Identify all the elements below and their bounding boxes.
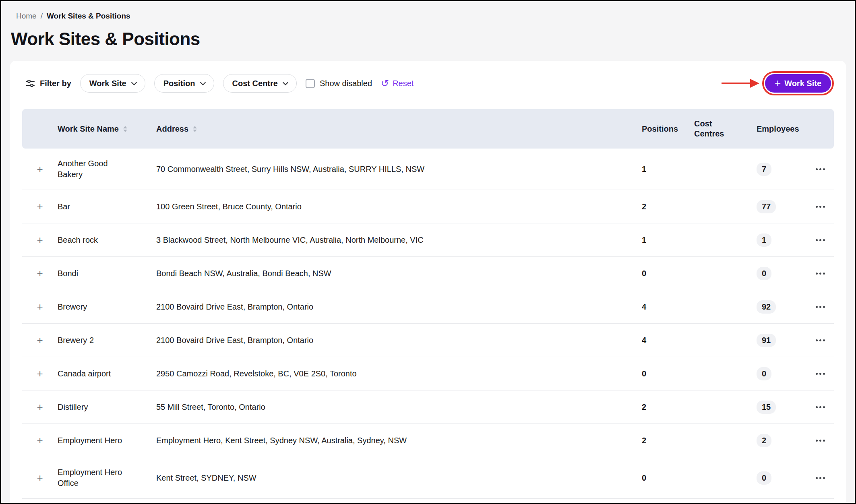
positions-count-cell: 1 [638, 165, 690, 174]
table-row: + Distillery 55 Mill Street, Toronto, On… [22, 390, 834, 424]
employees-count-cell: 2 [753, 434, 807, 447]
positions-count-cell: 2 [638, 436, 690, 445]
expand-row-button[interactable]: + [33, 300, 47, 314]
breadcrumb: Home / Work Sites & Positions [1, 1, 855, 21]
plus-icon: + [775, 78, 781, 88]
work-site-name-cell: Employment Hero [58, 435, 156, 446]
plus-icon: + [37, 163, 43, 175]
column-header-cost-centres: Cost Centres [690, 119, 753, 139]
expand-row-button[interactable]: + [33, 162, 47, 176]
column-header-work-site-name[interactable]: Work Site Name [58, 124, 156, 134]
sort-icon[interactable] [193, 126, 197, 132]
row-actions-button[interactable] [814, 236, 827, 244]
employees-count-cell: 0 [753, 367, 807, 380]
filter-by-label: Filter by [40, 79, 71, 88]
work-site-address-cell: 55 Mill Street, Toronto, Ontario [156, 403, 638, 412]
column-header-employees: Employees [753, 124, 807, 134]
work-site-address-cell: Employment Hero, Kent Street, Sydney NSW… [156, 436, 638, 445]
work-site-name-cell: Distillery [58, 402, 156, 413]
table-row: + Employment Hero Employment Hero, Kent … [22, 424, 834, 457]
position-filter-label: Position [163, 79, 195, 88]
breadcrumb-current: Work Sites & Positions [47, 12, 130, 21]
add-work-site-button[interactable]: + Work Site [765, 74, 831, 93]
expand-row-button[interactable]: + [33, 266, 47, 280]
expand-row-button[interactable]: + [33, 471, 47, 485]
column-header-address[interactable]: Address [156, 124, 638, 134]
work-site-name-cell: Bar [58, 201, 156, 212]
plus-icon: + [37, 434, 43, 446]
table-row: + Another Good Bakery 70 Commonwealth St… [22, 149, 834, 190]
column-header-positions: Positions [638, 124, 690, 134]
show-disabled-checkbox[interactable] [306, 79, 315, 88]
filter-sliders-icon [25, 78, 35, 88]
row-actions-button[interactable] [814, 165, 827, 174]
work-site-address-cell: 2100 Bovaird Drive East, Brampton, Ontar… [156, 336, 638, 345]
work-site-name-cell: Bondi [58, 268, 156, 279]
content-card: Filter by Work Site Position Cost Centre [10, 61, 846, 503]
row-actions-button[interactable] [814, 474, 827, 482]
employees-header-label: Employees [757, 124, 799, 134]
table-row: + Beach rock 3 Blackwood Street, North M… [22, 223, 834, 257]
employees-count-cell: 92 [753, 300, 807, 314]
positions-count-cell: 1 [638, 235, 690, 245]
plus-icon: + [37, 234, 43, 246]
row-actions-button[interactable] [814, 202, 827, 211]
work-site-address-cell: 2100 Bovaird Drive East, Brampton, Ontar… [156, 302, 638, 312]
plus-icon: + [37, 267, 43, 279]
cost-centres-header-label: Cost Centres [694, 119, 731, 139]
work-site-address-cell: 3 Blackwood Street, North Melbourne VIC,… [156, 235, 638, 245]
expand-row-button[interactable]: + [33, 367, 47, 380]
sort-icon[interactable] [123, 126, 127, 132]
table-row: + Canada airport 2950 Camozzi Road, Reve… [22, 357, 834, 390]
row-actions-button[interactable] [814, 370, 827, 378]
work-sites-table: Work Site Name Address Positions Cost Ce… [22, 109, 834, 499]
table-row: + Bondi Bondi Beach NSW, Australia, Bond… [22, 257, 834, 290]
row-actions-button[interactable] [814, 303, 827, 311]
work-site-filter-label: Work Site [89, 79, 126, 88]
work-site-name-cell: Brewery [58, 302, 156, 312]
row-actions-button[interactable] [814, 403, 827, 411]
positions-count-cell: 2 [638, 202, 690, 211]
positions-count-cell: 0 [638, 269, 690, 278]
plus-icon: + [37, 334, 43, 346]
plus-icon: + [37, 472, 43, 484]
positions-count-cell: 0 [638, 369, 690, 378]
work-site-name-cell: Beach rock [58, 235, 156, 246]
work-site-name-header-label: Work Site Name [58, 124, 119, 134]
filter-by-group: Filter by [25, 78, 71, 88]
address-header-label: Address [156, 124, 188, 134]
employees-count-cell: 15 [753, 401, 807, 414]
reset-button[interactable]: ↻ Reset [381, 78, 414, 88]
positions-count-cell: 0 [638, 473, 690, 483]
chevron-down-icon [131, 79, 137, 85]
plus-icon: + [37, 401, 43, 413]
add-work-site-label: Work Site [784, 79, 821, 88]
plus-icon: + [37, 368, 43, 380]
employees-count-cell: 0 [753, 267, 807, 280]
work-site-filter-button[interactable]: Work Site [80, 74, 145, 93]
row-actions-button[interactable] [814, 269, 827, 278]
show-disabled-group: Show disabled [306, 79, 372, 88]
work-site-address-cell: Bondi Beach NSW, Australia, Bondi Beach,… [156, 269, 638, 278]
table-row: + Employment Hero Office Kent Street, SY… [22, 457, 834, 499]
expand-row-button[interactable]: + [33, 400, 47, 414]
expand-row-button[interactable]: + [33, 434, 47, 447]
positions-count-cell: 4 [638, 302, 690, 312]
show-disabled-label: Show disabled [320, 79, 372, 88]
row-actions-button[interactable] [814, 336, 827, 345]
expand-row-button[interactable]: + [33, 333, 47, 347]
employees-count-cell: 1 [753, 233, 807, 247]
cost-centre-filter-button[interactable]: Cost Centre [223, 74, 297, 93]
chevron-down-icon [200, 79, 205, 85]
refresh-icon: ↻ [381, 78, 389, 88]
employees-count-cell: 77 [753, 200, 807, 213]
row-actions-button[interactable] [814, 436, 827, 445]
toolbar: Filter by Work Site Position Cost Centre [22, 71, 834, 95]
table-row: + Brewery 2 2100 Bovaird Drive East, Bra… [22, 324, 834, 357]
breadcrumb-home[interactable]: Home [16, 12, 37, 21]
position-filter-button[interactable]: Position [154, 74, 214, 93]
reset-label: Reset [393, 79, 414, 88]
work-site-name-cell: Another Good Bakery [58, 158, 156, 180]
expand-row-button[interactable]: + [33, 200, 47, 213]
expand-row-button[interactable]: + [33, 233, 47, 247]
